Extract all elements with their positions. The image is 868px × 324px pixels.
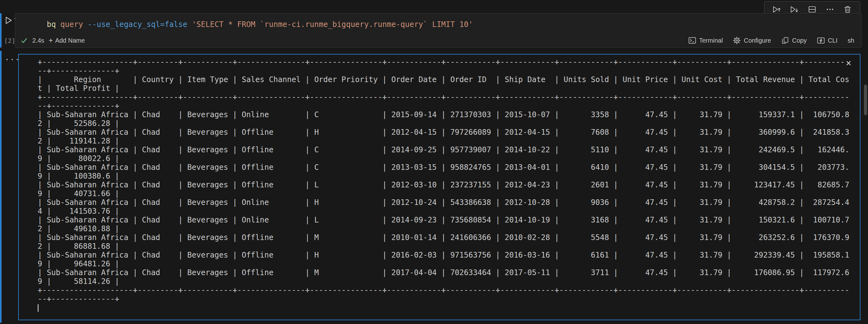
cli-label: CLI — [828, 37, 838, 44]
terminal-label: Terminal — [699, 37, 723, 44]
cli-icon — [817, 36, 825, 44]
terminal-output[interactable]: +--------------------+---------+--------… — [19, 55, 860, 312]
play-icon — [4, 16, 13, 25]
copy-icon — [781, 36, 789, 44]
status-left: 2.4s + Add Name — [21, 37, 85, 44]
execute-above-icon — [772, 5, 781, 14]
cli-action[interactable]: CLI — [817, 36, 838, 44]
scrollbar-thumb[interactable] — [864, 84, 867, 115]
terminal-output-panel[interactable]: +--------------------+---------+--------… — [18, 54, 861, 320]
close-output-icon[interactable]: × — [844, 58, 853, 68]
terminal-action[interactable]: Terminal — [688, 36, 723, 44]
add-name-button[interactable]: + Add Name — [49, 37, 85, 44]
configure-label: Configure — [744, 37, 771, 44]
ellipsis-icon — [826, 5, 834, 14]
add-name-label: Add Name — [55, 37, 85, 44]
split-cell-icon — [808, 5, 816, 14]
configure-action[interactable]: Configure — [733, 36, 771, 44]
output-focus-bar — [0, 51, 2, 323]
execution-count: [2] — [4, 37, 16, 44]
cell-language-picker[interactable]: sh — [847, 37, 854, 44]
terminal-cursor — [38, 304, 39, 312]
gear-icon — [733, 36, 741, 44]
terminal-icon — [688, 36, 696, 44]
execute-below-icon — [789, 5, 799, 14]
status-right: Terminal Configure — [688, 36, 854, 44]
output-collapse-button[interactable]: ... — [5, 53, 20, 62]
cell-status-bar: 2.4s + Add Name Terminal — [16, 34, 861, 47]
check-icon — [21, 37, 28, 44]
code-line[interactable]: bq query --use_legacy_sql=false 'SELECT … — [47, 20, 473, 29]
cell-focus-bar — [0, 13, 2, 48]
code-cell[interactable]: bq query --use_legacy_sql=false 'SELECT … — [15, 13, 861, 48]
trash-icon — [843, 5, 852, 14]
copy-action[interactable]: Copy — [781, 36, 807, 44]
plus-icon: + — [49, 37, 53, 43]
copy-label: Copy — [792, 37, 807, 44]
execution-duration: 2.4s — [32, 37, 44, 44]
